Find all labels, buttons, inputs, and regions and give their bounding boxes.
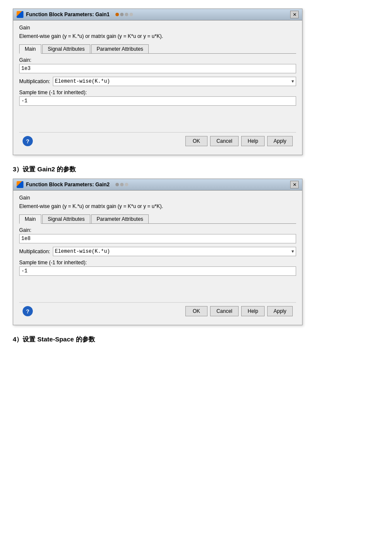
gain1-gain-input[interactable] bbox=[19, 64, 296, 73]
gain1-multiplication-label: Multiplication: bbox=[19, 78, 50, 84]
gain2-spacer bbox=[19, 279, 296, 301]
gain1-multiplication-select[interactable]: Element-wise(K.*u) ▼ bbox=[53, 77, 296, 86]
dot2-1 bbox=[115, 183, 119, 186]
gain2-section-label: Gain bbox=[19, 195, 296, 201]
gain2-tab-signal[interactable]: Signal Attributes bbox=[42, 214, 90, 223]
gain1-titlebar-left: Function Block Parameters: Gain1 bbox=[17, 11, 133, 18]
gain2-sample-time-input[interactable] bbox=[19, 266, 296, 276]
gain2-tabs: Main Signal Attributes Parameter Attribu… bbox=[19, 214, 296, 224]
gain1-cancel-button[interactable]: Cancel bbox=[210, 136, 239, 146]
gain1-body: Gain Element-wise gain (y = K.*u) or mat… bbox=[13, 20, 302, 155]
gain1-description: Element-wise gain (y = K.*u) or matrix g… bbox=[19, 32, 296, 40]
gain2-buttons: ? OK Cancel Help Apply bbox=[19, 302, 296, 321]
gain1-multiplication-row: Multiplication: Element-wise(K.*u) ▼ bbox=[19, 77, 296, 86]
gain2-apply-button[interactable]: Apply bbox=[267, 306, 293, 316]
dot1 bbox=[115, 13, 119, 16]
simulink-icon bbox=[17, 11, 23, 18]
gain1-spacer bbox=[19, 109, 296, 130]
dot2-2 bbox=[120, 183, 124, 186]
gain2-gain-label: Gain: bbox=[19, 227, 296, 233]
gain1-dropdown-arrow: ▼ bbox=[291, 79, 294, 84]
gain2-dropdown-arrow: ▼ bbox=[291, 249, 294, 254]
gain2-title: Function Block Parameters: Gain2 bbox=[26, 182, 110, 188]
gain2-ok-button[interactable]: OK bbox=[185, 306, 208, 316]
gain2-cancel-button[interactable]: Cancel bbox=[210, 306, 239, 316]
section4-heading: 4）设置 State-Space 的参数 bbox=[13, 335, 379, 344]
gain2-gain-input[interactable] bbox=[19, 234, 296, 243]
gain2-dialog: Function Block Parameters: Gain2 ✕ Gain … bbox=[13, 179, 303, 325]
gain2-help-icon-button[interactable]: ? bbox=[23, 306, 33, 316]
dot2 bbox=[120, 13, 124, 16]
gain1-titlebar: Function Block Parameters: Gain1 ✕ bbox=[13, 9, 302, 20]
title-dots2 bbox=[115, 183, 128, 186]
gain1-title: Function Block Parameters: Gain1 bbox=[26, 12, 110, 17]
title-dots bbox=[115, 13, 133, 16]
dot2-3 bbox=[125, 183, 128, 186]
simulink-icon2 bbox=[17, 181, 23, 188]
gain2-multiplication-row: Multiplication: Element-wise(K.*u) ▼ bbox=[19, 247, 296, 256]
gain2-multiplication-select[interactable]: Element-wise(K.*u) ▼ bbox=[53, 247, 296, 256]
gain1-ok-button[interactable]: OK bbox=[185, 136, 208, 146]
gain2-tab-parameter[interactable]: Parameter Attributes bbox=[91, 214, 149, 223]
gain2-multiplication-label: Multiplication: bbox=[19, 249, 50, 254]
gain1-tab-main[interactable]: Main bbox=[19, 44, 41, 54]
gain2-description: Element-wise gain (y = K.*u) or matrix g… bbox=[19, 202, 296, 210]
gain2-titlebar: Function Block Parameters: Gain2 ✕ bbox=[13, 179, 302, 191]
section3-heading: 3）设置 Gain2 的参数 bbox=[13, 165, 379, 173]
gain2-tab-main[interactable]: Main bbox=[19, 214, 41, 224]
gain2-sample-time-label: Sample time (-1 for inherited): bbox=[19, 260, 296, 266]
gain2-titlebar-left: Function Block Parameters: Gain2 bbox=[17, 181, 128, 188]
gain1-tabs: Main Signal Attributes Parameter Attribu… bbox=[19, 44, 296, 54]
gain1-help-button[interactable]: Help bbox=[241, 136, 265, 146]
gain1-section-label: Gain bbox=[19, 25, 296, 31]
gain2-multiplication-value: Element-wise(K.*u) bbox=[55, 249, 110, 254]
gain1-close-button[interactable]: ✕ bbox=[290, 11, 299, 18]
gain1-buttons: ? OK Cancel Help Apply bbox=[19, 132, 296, 150]
gain1-dialog: Function Block Parameters: Gain1 ✕ Gain … bbox=[13, 9, 303, 155]
gain1-help-icon-button[interactable]: ? bbox=[23, 136, 33, 146]
gain1-gain-label: Gain: bbox=[19, 57, 296, 63]
dot3 bbox=[125, 13, 128, 16]
gain1-sample-time-label: Sample time (-1 for inherited): bbox=[19, 90, 296, 95]
gain2-close-button[interactable]: ✕ bbox=[290, 181, 299, 188]
gain2-body: Gain Element-wise gain (y = K.*u) or mat… bbox=[13, 191, 302, 325]
dot4 bbox=[130, 13, 133, 16]
gain1-sample-time-input[interactable] bbox=[19, 96, 296, 106]
gain1-multiplication-value: Element-wise(K.*u) bbox=[55, 78, 110, 84]
gain1-tab-parameter[interactable]: Parameter Attributes bbox=[91, 44, 149, 53]
gain2-help-button[interactable]: Help bbox=[241, 306, 265, 316]
gain1-apply-button[interactable]: Apply bbox=[267, 136, 293, 146]
gain1-tab-signal[interactable]: Signal Attributes bbox=[42, 44, 90, 53]
